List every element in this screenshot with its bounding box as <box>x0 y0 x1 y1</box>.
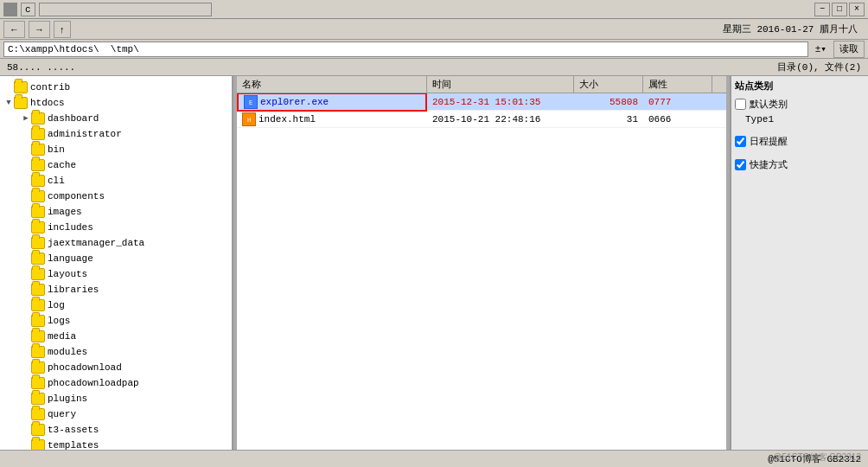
calendar-label: 日程提醒 <box>750 135 788 148</box>
forward-button[interactable]: → <box>29 21 50 38</box>
category-default-item[interactable]: 默认类别 <box>735 96 865 112</box>
tree-item-plugins[interactable]: plugins <box>0 391 232 406</box>
tree-label: modules <box>48 345 87 359</box>
arrow-icon <box>21 222 31 233</box>
tree-item-layouts[interactable]: layouts <box>0 266 232 282</box>
arrow-icon <box>21 362 31 373</box>
tree-label: dashboard <box>48 112 99 125</box>
arrow-icon <box>3 82 14 93</box>
tree-label: cache <box>48 158 76 172</box>
arrow-icon <box>21 331 31 342</box>
folder-icon <box>31 299 45 311</box>
toolbar: ← → ↑ 星期三 2016-01-27 腊月十八 <box>0 19 868 40</box>
site-category-title: 站点类别 <box>735 80 865 93</box>
read-mode-button[interactable]: 读取 <box>833 41 865 58</box>
folder-icon <box>14 81 28 93</box>
col-header-size[interactable]: 大小 <box>574 76 643 93</box>
close-button[interactable]: × <box>849 3 865 16</box>
col-header-time[interactable]: 时间 <box>427 76 574 93</box>
col-header-name[interactable]: 名称 <box>237 76 427 93</box>
tree-item-logs[interactable]: logs <box>0 313 232 329</box>
title-text: c <box>25 4 31 15</box>
folder-icon <box>31 361 45 374</box>
datetime-display: 星期三 2016-01-27 腊月十八 <box>723 22 858 35</box>
arrow-icon <box>21 393 31 404</box>
tree-item-log[interactable]: log <box>0 297 232 313</box>
file-row-index[interactable]: H index.html 2015-10-21 22:48:16 31 0666 <box>237 111 726 128</box>
maximize-button[interactable]: □ <box>832 3 847 16</box>
shortcuts-item[interactable]: 快捷方式 <box>735 157 865 173</box>
folder-icon <box>31 175 45 187</box>
tree-label: phocadownloadpap <box>48 376 139 390</box>
arrow-icon <box>21 409 31 419</box>
folder-icon <box>31 408 45 420</box>
address-bar: ±▾ 读取 <box>0 40 868 59</box>
file-time: 2015-12-31 15:01:35 <box>427 96 574 108</box>
tree-item-media[interactable]: media <box>0 329 232 344</box>
file-size: 55808 <box>574 96 643 108</box>
category-default-label: 默认类别 <box>750 98 788 111</box>
tree-item-modules[interactable]: modules <box>0 344 232 360</box>
tree-label: plugins <box>48 392 87 406</box>
address-input[interactable] <box>3 42 808 57</box>
arrow-icon <box>21 347 31 357</box>
calendar-item[interactable]: 日程提醒 <box>735 133 865 150</box>
tree-item-templates[interactable]: templates <box>0 438 232 450</box>
folder-icon <box>31 190 45 202</box>
category-type1-label: Type1 <box>745 114 774 125</box>
tree-label: libraries <box>48 283 99 297</box>
tree-item-components[interactable]: components <box>0 189 232 204</box>
arrow-icon: ▼ <box>3 98 14 108</box>
folder-icon <box>31 159 45 171</box>
tree-item-bin[interactable]: bin <box>0 142 232 157</box>
category-type1-item[interactable]: Type1 <box>735 112 865 126</box>
tree-item-phocadownloadpap[interactable]: phocadownloadpap <box>0 375 232 391</box>
file-name: expl0rer.exe <box>260 97 329 107</box>
tree-item-includes[interactable]: includes <box>0 220 232 235</box>
tree-item-contrib[interactable]: contrib <box>0 80 232 95</box>
tree-item-administrator[interactable]: administrator <box>0 126 232 142</box>
arrow-icon <box>21 378 31 388</box>
category-default-checkbox[interactable] <box>735 99 746 110</box>
arrow-icon <box>21 129 31 139</box>
folder-icon <box>31 112 45 125</box>
tree-item-cache[interactable]: cache <box>0 157 232 173</box>
file-list: E expl0rer.exe 2015-12-31 15:01:35 55808… <box>237 93 726 450</box>
folder-icon <box>31 128 45 140</box>
file-tree: contrib ▼ htdocs ▶ dashboard administrat… <box>0 76 233 450</box>
tree-item-t3-assets[interactable]: t3-assets <box>0 422 232 438</box>
minimize-button[interactable]: − <box>814 3 830 16</box>
folder-icon <box>31 284 45 296</box>
arrow-icon <box>21 144 31 155</box>
up-button[interactable]: ↑ <box>54 21 71 38</box>
tree-item-dashboard[interactable]: ▶ dashboard <box>0 111 232 126</box>
folder-icon <box>31 424 45 436</box>
tree-item-jaextmanager-data[interactable]: jaextmanager_data <box>0 235 232 251</box>
file-row-explorer[interactable]: E expl0rer.exe 2015-12-31 15:01:35 55808… <box>237 93 726 111</box>
info-bar: 58.... ..... 目录(0), 文件(2) <box>0 59 868 76</box>
tree-item-query[interactable]: query <box>0 406 232 422</box>
tree-label: logs <box>48 314 70 328</box>
shortcuts-label: 快捷方式 <box>750 158 788 171</box>
tree-label: language <box>48 252 93 265</box>
back-button[interactable]: ← <box>3 21 25 38</box>
file-name-cell: E expl0rer.exe <box>237 93 427 112</box>
tree-label: cli <box>48 174 65 188</box>
tree-item-images[interactable]: images <box>0 204 232 220</box>
tree-item-libraries[interactable]: libraries <box>0 282 232 297</box>
col-header-attr[interactable]: 属性 <box>643 76 712 93</box>
tree-label: t3-assets <box>48 423 99 437</box>
watermark: @51CTO博客 GB2312 <box>773 451 861 464</box>
arrow-icon <box>21 316 31 326</box>
folder-icon <box>31 346 45 358</box>
shortcuts-section: 快捷方式 <box>735 157 865 173</box>
folder-icon <box>31 439 45 450</box>
app-icon <box>3 3 17 16</box>
tree-label: bin <box>48 143 65 157</box>
tree-item-phocadownload[interactable]: phocadownload <box>0 360 232 375</box>
shortcuts-checkbox[interactable] <box>735 159 746 170</box>
calendar-checkbox[interactable] <box>735 136 746 147</box>
tree-item-language[interactable]: language <box>0 251 232 266</box>
tree-item-htdocs[interactable]: ▼ htdocs <box>0 95 232 111</box>
tree-item-cli[interactable]: cli <box>0 173 232 189</box>
